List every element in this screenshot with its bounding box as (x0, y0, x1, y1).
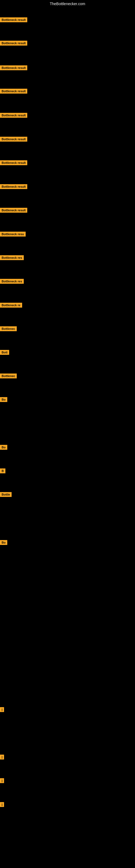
badge-label: Bottleneck result (0, 184, 27, 189)
bottleneck-badge[interactable]: Bo (0, 397, 7, 402)
badge-label: Bottleneck resu (0, 231, 26, 237)
bottleneck-badge[interactable]: | (0, 754, 4, 760)
badge-label: Bott (0, 350, 9, 355)
badge-label: Bottleneck result (0, 208, 27, 213)
badge-label: Bottleneck result (0, 41, 27, 45)
badge-label: Bo (0, 445, 7, 450)
badge-label: Bottleneck re (0, 303, 22, 308)
bottleneck-badge[interactable]: | (0, 778, 4, 783)
bottleneck-badge[interactable]: Bottle (0, 492, 12, 497)
bottleneck-badge[interactable]: Bott (0, 350, 9, 355)
badge-label: Bottle (0, 492, 12, 497)
bottleneck-badge[interactable]: Bo (0, 444, 7, 450)
bottleneck-badge[interactable]: Bottleneck result (0, 113, 27, 118)
bottleneck-badge[interactable]: Bottleneck res (0, 255, 24, 260)
bottleneck-badge[interactable]: Bottlenec (0, 373, 17, 378)
badge-label: Bottleneck result (0, 65, 27, 70)
bottleneck-badge[interactable]: Bottleneck result (0, 208, 27, 213)
bottleneck-badge[interactable]: B (0, 468, 5, 473)
badge-label: Bottlenec (0, 373, 17, 378)
badge-label: | (0, 802, 4, 807)
bottleneck-badge[interactable]: Bo (0, 540, 7, 545)
bottleneck-badge[interactable]: Bottleneck result (0, 65, 27, 70)
badge-label: Bottleneck result (0, 137, 27, 142)
bottleneck-badge[interactable]: Bottlenec (0, 326, 17, 331)
badge-label: Bottleneck result (0, 89, 27, 94)
badge-label: Bottleneck res (0, 279, 24, 284)
site-title: TheBottlenecker.com (0, 0, 135, 7)
badge-label: | (0, 778, 4, 783)
bottleneck-badge[interactable]: | (0, 802, 4, 807)
badge-label: B (0, 468, 5, 473)
bottleneck-badge[interactable]: Bottleneck result (0, 184, 27, 189)
badge-label: Bottleneck result (0, 160, 27, 165)
bottleneck-badge[interactable]: Bottleneck re (0, 303, 22, 308)
badge-label: Bottlenec (0, 326, 17, 331)
bottleneck-badge[interactable]: Bottleneck res (0, 279, 24, 284)
bottleneck-badge[interactable]: | (0, 707, 4, 712)
bottleneck-badge[interactable]: Bottleneck result (0, 160, 27, 165)
badge-label: Bo (0, 397, 7, 402)
bottleneck-badge[interactable]: Bottleneck result (0, 40, 27, 45)
badge-label: | (0, 707, 4, 712)
bottleneck-badge[interactable]: Bottleneck resu (0, 231, 26, 237)
bottleneck-badge[interactable]: Bottleneck result (0, 17, 27, 22)
bottleneck-badge[interactable]: Bottleneck result (0, 88, 27, 94)
badge-label: Bottleneck result (0, 18, 27, 22)
badge-label: Bo (0, 540, 7, 545)
badge-label: | (0, 755, 4, 760)
badge-label: Bottleneck result (0, 113, 27, 118)
badge-label: Bottleneck res (0, 255, 24, 260)
bottleneck-badge[interactable]: Bottleneck result (0, 136, 27, 142)
